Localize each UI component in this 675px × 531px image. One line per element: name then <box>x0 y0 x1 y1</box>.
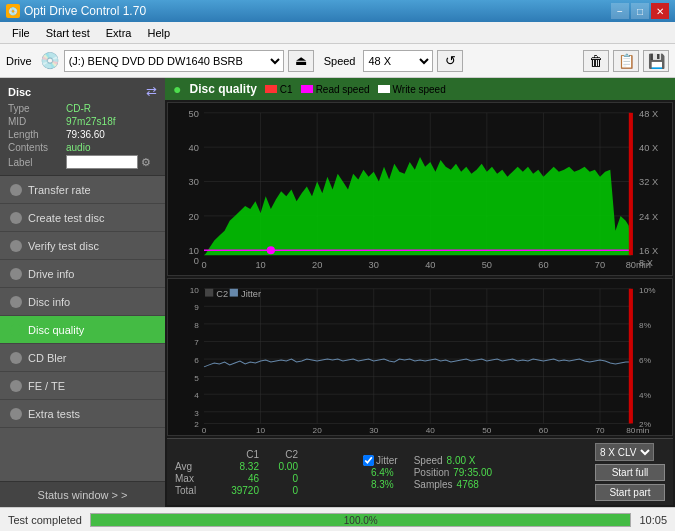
close-button[interactable]: ✕ <box>651 3 669 19</box>
mid-label: MID <box>8 116 66 127</box>
data-avg-row: Avg 8.32 0.00 <box>175 461 355 472</box>
samples-label: Samples <box>414 479 453 490</box>
minimize-button[interactable]: − <box>611 3 629 19</box>
c1-label: C1 <box>280 84 293 95</box>
label-input[interactable] <box>66 155 138 169</box>
svg-text:16 X: 16 X <box>639 246 658 256</box>
c1-color-swatch <box>265 85 277 93</box>
svg-text:70: 70 <box>595 260 605 270</box>
create-test-disc-icon <box>10 212 22 224</box>
clv-row: 8 X CLV <box>595 443 665 461</box>
titlebar-title: Opti Drive Control 1.70 <box>24 4 146 18</box>
svg-text:80: 80 <box>626 426 636 435</box>
disc-quality-label: Disc quality <box>28 324 84 336</box>
disc-refresh-icon[interactable]: ⇄ <box>146 84 157 99</box>
svg-text:10: 10 <box>189 246 199 256</box>
avg-c2: 0.00 <box>263 461 298 472</box>
eject-button[interactable]: ⏏ <box>288 50 314 72</box>
svg-text:40: 40 <box>189 143 199 153</box>
maximize-button[interactable]: □ <box>631 3 649 19</box>
contents-label: Contents <box>8 142 66 153</box>
svg-text:30: 30 <box>189 178 199 188</box>
avg-label: Avg <box>175 461 210 472</box>
top-chart-svg: 50 40 30 20 10 0 48 X 40 X 32 X 24 X 16 … <box>168 103 672 275</box>
samples-row: Samples 4768 <box>414 479 493 490</box>
cd-bler-icon <box>10 352 22 364</box>
sidebar-item-extra-tests[interactable]: Extra tests <box>0 400 165 428</box>
sidebar-item-fe-te[interactable]: FE / TE <box>0 372 165 400</box>
drive-info-icon <box>10 268 22 280</box>
refresh-button[interactable]: ↺ <box>437 50 463 72</box>
data-table: C1 C2 Avg 8.32 0.00 Max 46 0 Total <box>167 438 673 505</box>
titlebar-controls: − □ ✕ <box>611 3 669 19</box>
type-label: Type <box>8 103 66 114</box>
svg-text:8: 8 <box>194 321 199 330</box>
write-speed-color-swatch <box>378 85 390 93</box>
sidebar-item-drive-info[interactable]: Drive info <box>0 260 165 288</box>
start-full-button[interactable]: Start full <box>595 464 665 481</box>
svg-text:min: min <box>636 426 649 435</box>
legend-c1: C1 <box>265 84 293 95</box>
status-window-label: Status window > > <box>38 489 128 501</box>
svg-text:Jitter: Jitter <box>241 289 261 299</box>
label-row: Label ⚙ <box>8 155 157 169</box>
menu-help[interactable]: Help <box>139 25 178 41</box>
time-display: 10:05 <box>639 514 667 526</box>
svg-text:50: 50 <box>482 426 492 435</box>
titlebar: 💿 Opti Drive Control 1.70 − □ ✕ <box>0 0 675 22</box>
svg-point-15 <box>267 246 275 254</box>
verify-test-disc-icon <box>10 240 22 252</box>
jitter-checkbox[interactable] <box>363 455 374 466</box>
menu-start-test[interactable]: Start test <box>38 25 98 41</box>
save-button[interactable]: 💾 <box>643 50 669 72</box>
copy-button[interactable]: 📋 <box>613 50 639 72</box>
label-label: Label <box>8 157 66 168</box>
fe-te-icon <box>10 380 22 392</box>
speed-label: Speed <box>324 55 356 67</box>
legend-read-speed: Read speed <box>301 84 370 95</box>
settings-icon[interactable]: ⚙ <box>141 156 151 169</box>
col-empty <box>175 449 210 460</box>
svg-text:6%: 6% <box>639 356 651 365</box>
clv-select[interactable]: 8 X CLV <box>595 443 654 461</box>
toolbar: Drive 💿 (J:) BENQ DVD DD DW1640 BSRB ⏏ S… <box>0 44 675 78</box>
speed-stat-value: 8.00 X <box>447 455 476 466</box>
chart-header: ● Disc quality C1 Read speed Write speed <box>165 78 675 100</box>
drive-info-label: Drive info <box>28 268 74 280</box>
disc-info-section: Disc ⇄ Type CD-R MID 97m27s18f Length 79… <box>0 78 165 176</box>
sidebar-item-cd-bler[interactable]: CD Bler <box>0 344 165 372</box>
menu-file[interactable]: File <box>4 25 38 41</box>
erase-button[interactable]: 🗑 <box>583 50 609 72</box>
svg-text:4%: 4% <box>639 391 651 400</box>
speed-select[interactable]: 48 X <box>363 50 433 72</box>
menu-extra[interactable]: Extra <box>98 25 140 41</box>
start-part-button[interactable]: Start part <box>595 484 665 501</box>
svg-text:30: 30 <box>369 426 379 435</box>
svg-text:30: 30 <box>369 260 379 270</box>
drive-label: Drive <box>6 55 32 67</box>
svg-text:0: 0 <box>201 260 206 270</box>
svg-text:2: 2 <box>194 420 199 429</box>
legend-write-speed: Write speed <box>378 84 446 95</box>
svg-text:8%: 8% <box>639 321 651 330</box>
position-label: Position <box>414 467 450 478</box>
svg-text:24 X: 24 X <box>639 212 658 222</box>
position-row: Position 79:35.00 <box>414 467 493 478</box>
sidebar-item-transfer-rate[interactable]: Transfer rate <box>0 176 165 204</box>
disc-quality-icon <box>10 324 22 336</box>
progress-bar-container: 100.0% <box>90 513 631 527</box>
read-speed-color-swatch <box>301 85 313 93</box>
disc-contents-row: Contents audio <box>8 142 157 153</box>
read-speed-label: Read speed <box>316 84 370 95</box>
disc-mid-row: MID 97m27s18f <box>8 116 157 127</box>
status-window-button[interactable]: Status window > > <box>0 481 165 507</box>
svg-text:7: 7 <box>194 338 199 347</box>
drive-select[interactable]: (J:) BENQ DVD DD DW1640 BSRB <box>64 50 284 72</box>
sidebar-item-disc-quality[interactable]: Disc quality <box>0 316 165 344</box>
sidebar-item-create-test-disc[interactable]: Create test disc <box>0 204 165 232</box>
cd-bler-label: CD Bler <box>28 352 67 364</box>
sidebar-item-disc-info[interactable]: Disc info <box>0 288 165 316</box>
svg-text:0: 0 <box>194 256 199 266</box>
speed-stat-label: Speed <box>414 455 443 466</box>
sidebar-item-verify-test-disc[interactable]: Verify test disc <box>0 232 165 260</box>
